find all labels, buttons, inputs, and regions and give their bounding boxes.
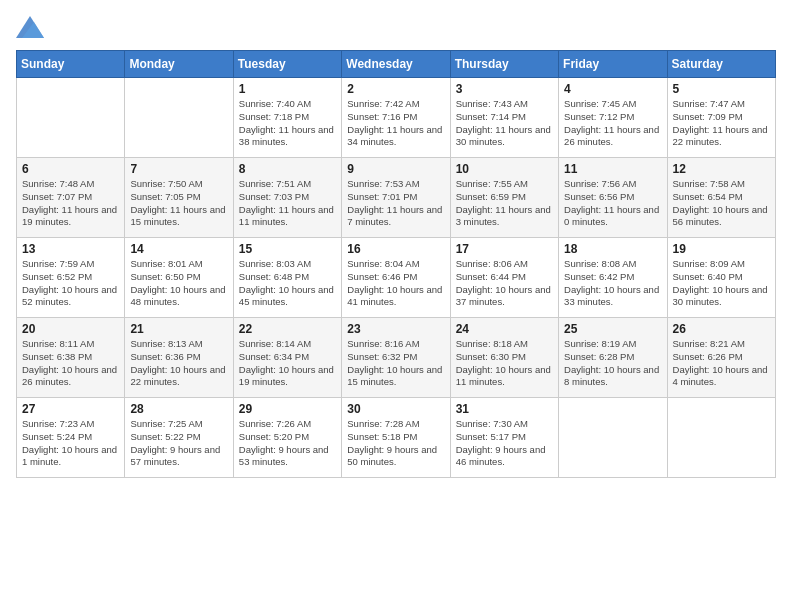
calendar-cell bbox=[559, 398, 667, 478]
calendar-cell: 9Sunrise: 7:53 AMSunset: 7:01 PMDaylight… bbox=[342, 158, 450, 238]
calendar-cell: 5Sunrise: 7:47 AMSunset: 7:09 PMDaylight… bbox=[667, 78, 775, 158]
calendar-cell: 23Sunrise: 8:16 AMSunset: 6:32 PMDayligh… bbox=[342, 318, 450, 398]
day-detail: Sunrise: 7:45 AMSunset: 7:12 PMDaylight:… bbox=[564, 98, 661, 149]
day-number: 12 bbox=[673, 162, 770, 176]
calendar-body: 1Sunrise: 7:40 AMSunset: 7:18 PMDaylight… bbox=[17, 78, 776, 478]
day-number: 27 bbox=[22, 402, 119, 416]
day-number: 24 bbox=[456, 322, 553, 336]
logo bbox=[16, 16, 48, 38]
calendar-cell: 8Sunrise: 7:51 AMSunset: 7:03 PMDaylight… bbox=[233, 158, 341, 238]
day-detail: Sunrise: 7:23 AMSunset: 5:24 PMDaylight:… bbox=[22, 418, 119, 469]
calendar-cell: 25Sunrise: 8:19 AMSunset: 6:28 PMDayligh… bbox=[559, 318, 667, 398]
day-number: 10 bbox=[456, 162, 553, 176]
logo-icon bbox=[16, 16, 44, 38]
day-detail: Sunrise: 8:01 AMSunset: 6:50 PMDaylight:… bbox=[130, 258, 227, 309]
day-number: 8 bbox=[239, 162, 336, 176]
day-number: 25 bbox=[564, 322, 661, 336]
day-detail: Sunrise: 8:04 AMSunset: 6:46 PMDaylight:… bbox=[347, 258, 444, 309]
day-number: 15 bbox=[239, 242, 336, 256]
calendar-cell: 21Sunrise: 8:13 AMSunset: 6:36 PMDayligh… bbox=[125, 318, 233, 398]
day-detail: Sunrise: 8:21 AMSunset: 6:26 PMDaylight:… bbox=[673, 338, 770, 389]
day-number: 22 bbox=[239, 322, 336, 336]
weekday-header-monday: Monday bbox=[125, 51, 233, 78]
calendar-cell: 27Sunrise: 7:23 AMSunset: 5:24 PMDayligh… bbox=[17, 398, 125, 478]
calendar-cell: 4Sunrise: 7:45 AMSunset: 7:12 PMDaylight… bbox=[559, 78, 667, 158]
weekday-header-tuesday: Tuesday bbox=[233, 51, 341, 78]
day-detail: Sunrise: 7:51 AMSunset: 7:03 PMDaylight:… bbox=[239, 178, 336, 229]
day-number: 26 bbox=[673, 322, 770, 336]
day-number: 3 bbox=[456, 82, 553, 96]
calendar-cell bbox=[667, 398, 775, 478]
day-number: 6 bbox=[22, 162, 119, 176]
day-detail: Sunrise: 7:28 AMSunset: 5:18 PMDaylight:… bbox=[347, 418, 444, 469]
calendar-cell: 6Sunrise: 7:48 AMSunset: 7:07 PMDaylight… bbox=[17, 158, 125, 238]
day-number: 7 bbox=[130, 162, 227, 176]
day-detail: Sunrise: 7:59 AMSunset: 6:52 PMDaylight:… bbox=[22, 258, 119, 309]
day-detail: Sunrise: 7:42 AMSunset: 7:16 PMDaylight:… bbox=[347, 98, 444, 149]
day-detail: Sunrise: 8:13 AMSunset: 6:36 PMDaylight:… bbox=[130, 338, 227, 389]
calendar-cell: 15Sunrise: 8:03 AMSunset: 6:48 PMDayligh… bbox=[233, 238, 341, 318]
page-header bbox=[16, 16, 776, 38]
day-number: 16 bbox=[347, 242, 444, 256]
day-number: 11 bbox=[564, 162, 661, 176]
day-detail: Sunrise: 7:47 AMSunset: 7:09 PMDaylight:… bbox=[673, 98, 770, 149]
day-number: 1 bbox=[239, 82, 336, 96]
calendar-cell: 10Sunrise: 7:55 AMSunset: 6:59 PMDayligh… bbox=[450, 158, 558, 238]
day-detail: Sunrise: 8:09 AMSunset: 6:40 PMDaylight:… bbox=[673, 258, 770, 309]
calendar-cell: 26Sunrise: 8:21 AMSunset: 6:26 PMDayligh… bbox=[667, 318, 775, 398]
day-detail: Sunrise: 8:03 AMSunset: 6:48 PMDaylight:… bbox=[239, 258, 336, 309]
day-number: 18 bbox=[564, 242, 661, 256]
calendar-cell: 13Sunrise: 7:59 AMSunset: 6:52 PMDayligh… bbox=[17, 238, 125, 318]
day-detail: Sunrise: 7:56 AMSunset: 6:56 PMDaylight:… bbox=[564, 178, 661, 229]
calendar-cell: 24Sunrise: 8:18 AMSunset: 6:30 PMDayligh… bbox=[450, 318, 558, 398]
calendar-cell: 28Sunrise: 7:25 AMSunset: 5:22 PMDayligh… bbox=[125, 398, 233, 478]
day-number: 31 bbox=[456, 402, 553, 416]
day-number: 23 bbox=[347, 322, 444, 336]
calendar-cell: 14Sunrise: 8:01 AMSunset: 6:50 PMDayligh… bbox=[125, 238, 233, 318]
day-detail: Sunrise: 7:55 AMSunset: 6:59 PMDaylight:… bbox=[456, 178, 553, 229]
weekday-header-wednesday: Wednesday bbox=[342, 51, 450, 78]
calendar-cell: 30Sunrise: 7:28 AMSunset: 5:18 PMDayligh… bbox=[342, 398, 450, 478]
calendar-week-row: 13Sunrise: 7:59 AMSunset: 6:52 PMDayligh… bbox=[17, 238, 776, 318]
day-number: 20 bbox=[22, 322, 119, 336]
calendar-cell: 16Sunrise: 8:04 AMSunset: 6:46 PMDayligh… bbox=[342, 238, 450, 318]
calendar-cell bbox=[125, 78, 233, 158]
calendar-cell: 12Sunrise: 7:58 AMSunset: 6:54 PMDayligh… bbox=[667, 158, 775, 238]
day-number: 13 bbox=[22, 242, 119, 256]
day-detail: Sunrise: 7:58 AMSunset: 6:54 PMDaylight:… bbox=[673, 178, 770, 229]
day-detail: Sunrise: 8:06 AMSunset: 6:44 PMDaylight:… bbox=[456, 258, 553, 309]
calendar-week-row: 20Sunrise: 8:11 AMSunset: 6:38 PMDayligh… bbox=[17, 318, 776, 398]
day-number: 9 bbox=[347, 162, 444, 176]
day-number: 17 bbox=[456, 242, 553, 256]
calendar-cell: 1Sunrise: 7:40 AMSunset: 7:18 PMDaylight… bbox=[233, 78, 341, 158]
day-number: 21 bbox=[130, 322, 227, 336]
day-detail: Sunrise: 7:43 AMSunset: 7:14 PMDaylight:… bbox=[456, 98, 553, 149]
calendar-cell: 7Sunrise: 7:50 AMSunset: 7:05 PMDaylight… bbox=[125, 158, 233, 238]
calendar-cell: 29Sunrise: 7:26 AMSunset: 5:20 PMDayligh… bbox=[233, 398, 341, 478]
calendar-week-row: 1Sunrise: 7:40 AMSunset: 7:18 PMDaylight… bbox=[17, 78, 776, 158]
day-number: 30 bbox=[347, 402, 444, 416]
calendar-cell: 17Sunrise: 8:06 AMSunset: 6:44 PMDayligh… bbox=[450, 238, 558, 318]
weekday-header-sunday: Sunday bbox=[17, 51, 125, 78]
calendar-cell: 3Sunrise: 7:43 AMSunset: 7:14 PMDaylight… bbox=[450, 78, 558, 158]
weekday-header-saturday: Saturday bbox=[667, 51, 775, 78]
day-number: 19 bbox=[673, 242, 770, 256]
day-detail: Sunrise: 8:11 AMSunset: 6:38 PMDaylight:… bbox=[22, 338, 119, 389]
day-detail: Sunrise: 8:14 AMSunset: 6:34 PMDaylight:… bbox=[239, 338, 336, 389]
day-detail: Sunrise: 8:08 AMSunset: 6:42 PMDaylight:… bbox=[564, 258, 661, 309]
calendar-cell: 19Sunrise: 8:09 AMSunset: 6:40 PMDayligh… bbox=[667, 238, 775, 318]
calendar-week-row: 27Sunrise: 7:23 AMSunset: 5:24 PMDayligh… bbox=[17, 398, 776, 478]
calendar-cell: 18Sunrise: 8:08 AMSunset: 6:42 PMDayligh… bbox=[559, 238, 667, 318]
day-number: 14 bbox=[130, 242, 227, 256]
day-number: 28 bbox=[130, 402, 227, 416]
calendar-header: SundayMondayTuesdayWednesdayThursdayFrid… bbox=[17, 51, 776, 78]
calendar-cell: 11Sunrise: 7:56 AMSunset: 6:56 PMDayligh… bbox=[559, 158, 667, 238]
day-detail: Sunrise: 8:18 AMSunset: 6:30 PMDaylight:… bbox=[456, 338, 553, 389]
day-number: 29 bbox=[239, 402, 336, 416]
day-detail: Sunrise: 7:25 AMSunset: 5:22 PMDaylight:… bbox=[130, 418, 227, 469]
calendar-cell: 20Sunrise: 8:11 AMSunset: 6:38 PMDayligh… bbox=[17, 318, 125, 398]
day-detail: Sunrise: 7:48 AMSunset: 7:07 PMDaylight:… bbox=[22, 178, 119, 229]
day-detail: Sunrise: 7:53 AMSunset: 7:01 PMDaylight:… bbox=[347, 178, 444, 229]
calendar-cell: 22Sunrise: 8:14 AMSunset: 6:34 PMDayligh… bbox=[233, 318, 341, 398]
weekday-row: SundayMondayTuesdayWednesdayThursdayFrid… bbox=[17, 51, 776, 78]
